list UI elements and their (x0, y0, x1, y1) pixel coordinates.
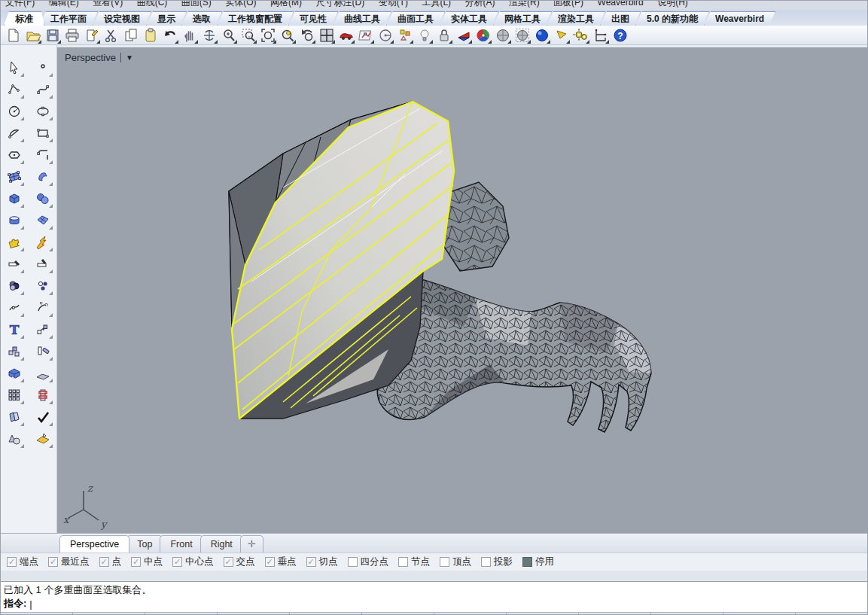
circle-icon[interactable] (3, 101, 26, 121)
trim-icon[interactable] (3, 254, 26, 274)
split-icon[interactable] (32, 254, 54, 274)
fillet-corner-icon[interactable] (32, 145, 54, 165)
command-prompt[interactable]: 指令: | (1, 596, 868, 611)
osnap-knot-checkbox[interactable] (398, 557, 408, 567)
osnap-tangent-checkbox[interactable]: ✓ (306, 557, 316, 567)
tab-drafting[interactable]: 出图 (600, 11, 641, 26)
move-icon[interactable] (32, 319, 54, 339)
menu-surface[interactable]: 曲面(S) (181, 1, 212, 9)
check-icon[interactable] (32, 406, 54, 427)
rebuild-curve-icon[interactable] (32, 297, 54, 318)
menu-panels[interactable]: 面板(P) (553, 1, 583, 9)
viewport-tab-perspective[interactable]: Perspective (59, 535, 129, 553)
menu-solid[interactable]: 实体(O) (225, 1, 256, 9)
osnap-tangent[interactable]: ✓切点 (306, 556, 338, 568)
dimension-icon[interactable] (591, 26, 610, 44)
open-file-icon[interactable] (23, 26, 42, 44)
tab-weaverbird[interactable]: Weaverbird (704, 11, 775, 26)
render-blue-sphere-icon[interactable] (532, 26, 551, 44)
print-icon[interactable] (62, 26, 81, 44)
lock-icon[interactable] (434, 26, 453, 44)
menu-analyze[interactable]: 分析(A) (465, 1, 495, 9)
new-viewport-tab-button[interactable]: ✛ (240, 535, 263, 553)
osnap-project[interactable]: 投影 (481, 556, 513, 568)
puzzle-icon[interactable] (3, 232, 26, 252)
tab-set-view[interactable]: 设定视图 (93, 11, 151, 26)
tab-cplane[interactable]: 工作平面 (39, 11, 98, 26)
rotate-view-icon[interactable] (199, 26, 218, 44)
select-arrow-icon[interactable] (3, 57, 26, 78)
osnap-point-checkbox[interactable]: ✓ (99, 557, 109, 567)
3d-model-canvas[interactable]: z x y (57, 48, 868, 533)
osnap-mid[interactable]: ✓中点 (131, 556, 163, 568)
box-icon[interactable] (3, 188, 26, 209)
tab-select[interactable]: 选取 (181, 11, 222, 26)
solid-union-icon[interactable] (3, 363, 26, 383)
viewport-title[interactable]: Perspective ▼ (65, 52, 133, 63)
select-objects-icon[interactable] (395, 26, 414, 44)
menu-file[interactable]: 文件(F) (5, 1, 35, 9)
tab-visibility[interactable]: 可见性 (288, 11, 338, 26)
plan-view-icon[interactable] (356, 26, 375, 44)
primitives-icon[interactable] (3, 428, 26, 449)
osnap-near-checkbox[interactable]: ✓ (48, 557, 58, 567)
menu-edit[interactable]: 编辑(E) (49, 1, 79, 9)
polyline-icon[interactable] (3, 79, 26, 99)
cplane-circle-icon[interactable] (376, 26, 394, 44)
zoom-window-icon[interactable] (239, 26, 257, 44)
osnap-intersection-checkbox[interactable]: ✓ (224, 557, 233, 567)
ellipse-icon[interactable] (32, 101, 54, 121)
cut-icon[interactable] (102, 26, 120, 44)
osnap-quadrant[interactable]: 四分点 (348, 556, 389, 568)
viewport-tab-right[interactable]: Right (200, 535, 243, 553)
help-icon[interactable]: ? (611, 26, 629, 44)
tab-new-in-50[interactable]: 5.0 的新功能 (635, 11, 709, 26)
tab-viewport-layout[interactable]: 工作视窗配置 (217, 11, 294, 26)
menu-dimension[interactable]: 尺寸标注(D) (316, 1, 365, 9)
osnap-perpendicular-checkbox[interactable]: ✓ (265, 557, 275, 567)
menu-transform[interactable]: 变动(T) (379, 1, 408, 9)
car-icon[interactable] (337, 26, 355, 44)
perspective-viewport[interactable]: Perspective ▼ (57, 47, 868, 533)
menu-render[interactable]: 渲染(R) (509, 1, 540, 9)
menu-help[interactable]: 说明(H) (657, 1, 688, 9)
menu-mesh[interactable]: 网格(M) (270, 1, 302, 9)
edit-document-icon[interactable] (82, 26, 101, 44)
viewport-layout-icon[interactable] (317, 26, 336, 44)
menu-view[interactable]: 查看(V) (93, 1, 123, 9)
viewport-title-dropdown-icon[interactable]: ▼ (126, 53, 133, 62)
osnap-near[interactable]: ✓最近点 (48, 556, 90, 568)
undo-icon[interactable] (160, 26, 179, 44)
options-gears-icon[interactable] (571, 26, 590, 44)
lightbulb-icon[interactable] (415, 26, 434, 44)
explode-icon[interactable] (32, 232, 54, 252)
notify-cone-icon[interactable] (552, 26, 571, 44)
render-sphere-icon[interactable] (493, 26, 512, 44)
tab-solid-tools[interactable]: 实体工具 (440, 11, 498, 26)
viewport-tab-top[interactable]: Top (126, 535, 163, 553)
osnap-perpendicular[interactable]: ✓垂点 (265, 556, 297, 568)
section-clamp-icon[interactable] (32, 385, 54, 405)
copy-icon[interactable] (121, 26, 140, 44)
menu-curve[interactable]: 曲线(C) (137, 1, 168, 9)
rectangle-icon[interactable] (32, 123, 54, 143)
array-grid-icon[interactable] (3, 385, 26, 405)
menu-weaverbird[interactable]: Weaverbird (598, 1, 644, 8)
osnap-vertex-checkbox[interactable] (440, 557, 449, 567)
pan-icon[interactable] (180, 26, 199, 44)
render-region-icon[interactable] (513, 26, 531, 44)
osnap-disable-checkbox[interactable] (522, 557, 532, 567)
osnap-end[interactable]: ✓端点 (7, 556, 38, 568)
shell-surface-icon[interactable] (32, 166, 54, 187)
zoom-extents-icon[interactable] (258, 26, 277, 44)
control-points-surface-icon[interactable] (3, 166, 26, 187)
blocks-icon[interactable] (3, 341, 26, 361)
tab-curve-tools[interactable]: 曲线工具 (333, 11, 391, 26)
polygon-icon[interactable] (3, 145, 26, 165)
osnap-center[interactable]: ✓中心点 (172, 556, 214, 568)
curve-icon[interactable] (32, 79, 54, 99)
osnap-vertex[interactable]: 顶点 (440, 556, 471, 568)
copy-pair-icon[interactable] (3, 406, 26, 427)
point-edit-icon[interactable] (32, 276, 54, 296)
mirror-icon[interactable] (32, 341, 54, 361)
